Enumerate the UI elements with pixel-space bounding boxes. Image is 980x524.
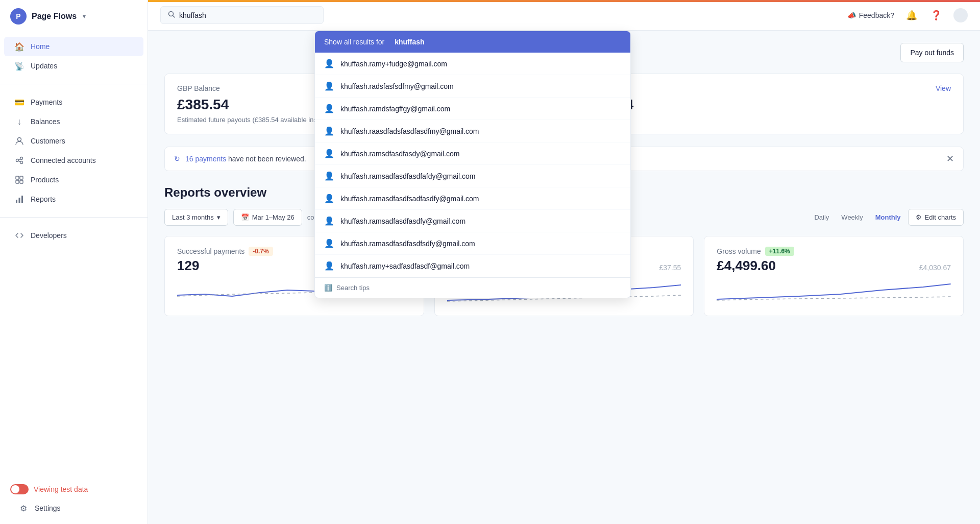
metric-badge: +11.6% <box>765 247 794 256</box>
settings-icon: ⚙ <box>18 503 29 513</box>
dropdown-email: khuffash.ramy+sadfasdfasdf@gmail.com <box>340 262 470 270</box>
svg-rect-10 <box>21 196 23 203</box>
balances-icon: ↓ <box>14 116 24 127</box>
daily-view-button[interactable]: Daily <box>809 210 834 224</box>
dropdown-result-5[interactable]: 👤 khuffash.ramsadfasdfasdfafdy@gmail.com <box>315 165 630 187</box>
svg-point-1 <box>16 159 19 162</box>
sidebar-item-reports[interactable]: Reports <box>4 189 143 209</box>
user-icon: 👤 <box>324 81 334 91</box>
dropdown-email: khuffash.ramasdfasdfsadfasdfy@gmail.com <box>340 195 479 203</box>
search-box[interactable]: khuffash <box>160 6 324 24</box>
customers-icon <box>14 136 24 146</box>
dropdown-result-6[interactable]: 👤 khuffash.ramasdfasdfsadfasdfy@gmail.co… <box>315 187 630 210</box>
metric-main-value: 129 <box>177 258 199 274</box>
date-range-value: Mar 1–May 26 <box>252 213 295 221</box>
user-icon: 👤 <box>324 104 334 113</box>
sidebar-item-developers[interactable]: Developers <box>4 226 143 245</box>
metric-values: £4,499.60 £4,030.67 <box>717 258 951 274</box>
user-icon: 👤 <box>324 59 334 68</box>
gross-volume-card: Gross volume +11.6% £4,499.60 £4,030.67 <box>704 236 964 316</box>
help-icon[interactable]: ❓ <box>929 8 943 22</box>
metric-main-value: £4,499.60 <box>717 258 776 274</box>
megaphone-icon: 📣 <box>847 11 856 19</box>
connected-accounts-icon <box>14 155 24 165</box>
sidebar-item-label: Connected accounts <box>31 156 96 164</box>
monthly-view-button[interactable]: Monthly <box>870 210 906 224</box>
sidebar-item-label: Balances <box>31 117 60 126</box>
sidebar-item-updates[interactable]: 📡 Updates <box>4 56 143 76</box>
dropdown-result-1[interactable]: 👤 khuffash.radsfasfsdfmy@gmail.com <box>315 75 630 98</box>
gear-icon: ⚙ <box>916 213 922 221</box>
sidebar-item-label: Home <box>31 42 50 51</box>
test-data-toggle[interactable]: Viewing test data <box>4 480 143 498</box>
home-icon: 🏠 <box>14 41 24 52</box>
dropdown-result-4[interactable]: 👤 khuffash.ramsdfasdfasdy@gmail.com <box>315 142 630 165</box>
info-icon: ℹ️ <box>324 284 332 292</box>
date-range-button[interactable]: Last 3 months ▾ <box>164 209 228 226</box>
sidebar-logo[interactable]: P Page Flows ▾ <box>0 0 148 33</box>
sidebar-item-products[interactable]: Products <box>4 170 143 189</box>
metric-prev-value: £37.55 <box>659 264 681 272</box>
chevron-down-icon: ▾ <box>83 13 86 20</box>
weekly-view-button[interactable]: Weekly <box>836 210 868 224</box>
user-icon: 👤 <box>324 171 334 181</box>
user-icon: 👤 <box>324 239 334 248</box>
dropdown-email: khuffash.radsfasfsdfmy@gmail.com <box>340 82 454 90</box>
sidebar-item-customers[interactable]: Customers <box>4 131 143 151</box>
pay-out-funds-button[interactable]: Pay out funds <box>900 43 964 62</box>
products-icon <box>14 175 24 185</box>
search-tips-link[interactable]: ℹ️ Search tips <box>315 277 630 298</box>
dropdown-result-9[interactable]: 👤 khuffash.ramy+sadfasdfasdf@gmail.com <box>315 255 630 277</box>
topbar-right: 📣 Feedback? 🔔 ❓ <box>847 8 968 22</box>
gbp-balance-title: GBP Balance <box>177 84 220 92</box>
payments-icon: 💳 <box>14 97 24 107</box>
sidebar-item-home[interactable]: 🏠 Home <box>4 37 143 56</box>
notif-link[interactable]: 16 payments <box>185 155 226 163</box>
svg-rect-4 <box>16 176 19 179</box>
svg-rect-8 <box>16 200 17 203</box>
search-all-prefix: Show all results for <box>324 38 384 46</box>
show-all-results-item[interactable]: Show all results for khuffash <box>315 31 630 53</box>
payouts-card-header: Payouts View <box>582 84 951 92</box>
dropdown-email: khuffash.ramsadfasdfasdfy@gmail.com <box>340 217 465 225</box>
user-icon: 👤 <box>324 126 334 136</box>
sidebar-item-settings[interactable]: ⚙ Settings <box>8 498 139 518</box>
chevron-down-icon: ▾ <box>217 213 220 221</box>
avatar[interactable] <box>953 8 968 22</box>
payments-nav: 💳 Payments ↓ Balances Customers Connecte… <box>0 88 148 213</box>
dropdown-result-7[interactable]: 👤 khuffash.ramsadfasdfasdfy@gmail.com <box>315 210 630 232</box>
date-picker-button[interactable]: 📅 Mar 1–May 26 <box>233 209 302 226</box>
feedback-button[interactable]: 📣 Feedback? <box>847 11 894 19</box>
sidebar: P Page Flows ▾ 🏠 Home 📡 Updates 💳 Paymen… <box>0 0 148 524</box>
close-icon[interactable]: ✕ <box>946 153 954 164</box>
dropdown-result-0[interactable]: 👤 khuffash.ramy+fudge@gmail.com <box>315 53 630 75</box>
sidebar-item-label: Settings <box>35 504 61 512</box>
metric-prev-value: £4,030.67 <box>919 264 951 272</box>
search-dropdown: Show all results for khuffash 👤 khuffash… <box>314 31 631 298</box>
edit-charts-button[interactable]: ⚙ Edit charts <box>908 209 964 226</box>
payouts-view-link[interactable]: View <box>936 84 951 92</box>
toggle-switch[interactable] <box>10 484 29 494</box>
user-icon: 👤 <box>324 216 334 226</box>
search-all-query: khuffash <box>395 38 424 46</box>
dropdown-email: khuffash.ramasdfasdfasdfsdfy@gmail.com <box>340 240 475 248</box>
sidebar-item-balances[interactable]: ↓ Balances <box>4 112 143 131</box>
dropdown-result-3[interactable]: 👤 khuffash.raasdfadsfasdfasdfmy@gmail.co… <box>315 120 630 142</box>
gross-volume-chart <box>717 280 951 305</box>
sidebar-item-payments[interactable]: 💳 Payments <box>4 92 143 112</box>
search-icon <box>168 11 175 19</box>
dropdown-email: khuffash.ramdsfagffgy@gmail.com <box>340 105 450 113</box>
dropdown-result-2[interactable]: 👤 khuffash.ramdsfagffgy@gmail.com <box>315 98 630 120</box>
nav-divider <box>0 84 148 84</box>
svg-rect-7 <box>20 180 23 183</box>
topbar: khuffash 📣 Feedback? 🔔 ❓ Show all result… <box>148 0 980 31</box>
notifications-icon[interactable]: 🔔 <box>904 8 919 22</box>
test-data-label: Viewing test data <box>34 485 88 493</box>
sidebar-item-connected-accounts[interactable]: Connected accounts <box>4 151 143 170</box>
notif-text: 16 payments have not been reviewed. <box>185 155 306 163</box>
sidebar-item-label: Reports <box>31 195 56 203</box>
sidebar-item-label: Payments <box>31 98 62 106</box>
dropdown-result-8[interactable]: 👤 khuffash.ramasdfasdfasdfsdfy@gmail.com <box>315 232 630 255</box>
main-area: khuffash 📣 Feedback? 🔔 ❓ Show all result… <box>148 0 980 524</box>
metric-title: Successful payments <box>177 247 244 255</box>
